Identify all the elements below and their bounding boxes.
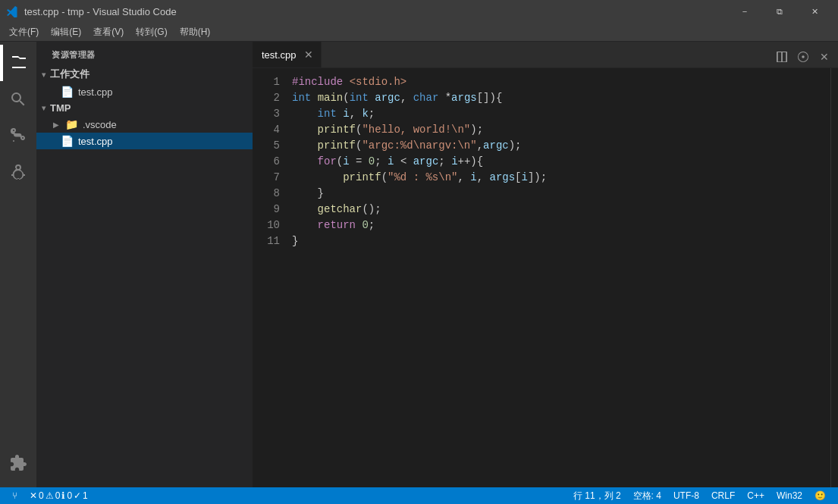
code-editor: 1 2 3 4 5 6 7 8 9 10 11 #include <stdio.… xyxy=(253,68,838,487)
smiley-item[interactable]: 🙂 xyxy=(808,487,832,504)
menu-edit[interactable]: 编辑(E) xyxy=(45,23,87,41)
workfiles-section: ▾ 工作文件 📄 test.cpp xyxy=(36,65,253,100)
menu-file[interactable]: 文件(F) xyxy=(3,23,45,41)
titlebar-controls: − ⧉ ✕ xyxy=(727,0,832,23)
activity-bar xyxy=(0,42,36,487)
line-ending-item[interactable]: CRLF xyxy=(705,487,741,504)
tmp-chevron-icon: ▾ xyxy=(36,104,50,112)
split-editor-button[interactable] xyxy=(771,46,792,67)
errors-warnings-item[interactable]: ✕ 0 ⚠ 0 ℹ 0 ✓ 1 xyxy=(24,487,94,504)
tmp-label: TMP xyxy=(50,102,71,114)
sidebar-title: 资源管理器 xyxy=(36,42,253,65)
cpp-file-icon2: 📄 xyxy=(61,135,74,147)
platform-item[interactable]: Win32 xyxy=(771,487,808,504)
extensions-activity-icon[interactable] xyxy=(0,445,36,481)
hint-icon: ✓ xyxy=(74,490,81,501)
tab-close-icon[interactable]: ✕ xyxy=(303,49,315,61)
encoding-item[interactable]: UTF-8 xyxy=(667,487,705,504)
menu-goto[interactable]: 转到(G) xyxy=(130,23,173,41)
restore-button[interactable]: ⧉ xyxy=(762,0,797,23)
encoding-label: UTF-8 xyxy=(673,490,699,501)
workfiles-chevron-icon: ▾ xyxy=(36,70,50,79)
workfiles-heading[interactable]: ▾ 工作文件 xyxy=(36,65,253,83)
vscode-folder-label: .vscode xyxy=(83,119,117,130)
tab-testcpp[interactable]: test.cpp ✕ xyxy=(253,42,322,67)
workfiles-testcpp[interactable]: 📄 test.cpp xyxy=(36,83,253,100)
workfiles-label: 工作文件 xyxy=(50,67,89,81)
menu-help[interactable]: 帮助(H) xyxy=(174,23,217,41)
source-control-activity-icon[interactable] xyxy=(0,117,36,154)
position-label: 行 11，列 2 xyxy=(573,490,621,502)
code-content[interactable]: #include <stdio.h> int main(int argc, ch… xyxy=(289,68,830,487)
language-label: C++ xyxy=(747,490,764,501)
main-area: 资源管理器 ▾ 工作文件 📄 test.cpp ▾ TMP ▶ 📁 .vscod… xyxy=(0,42,838,487)
tab-testcpp-label: test.cpp xyxy=(262,49,297,61)
search-activity-icon[interactable] xyxy=(0,81,36,117)
tmp-testcpp[interactable]: 📄 test.cpp xyxy=(36,133,253,149)
git-icon: ⑂ xyxy=(12,490,17,501)
close-button[interactable]: ✕ xyxy=(797,0,832,23)
smiley-icon: 🙂 xyxy=(814,490,826,501)
titlebar-left: test.cpp - tmp - Visual Studio Code xyxy=(6,5,177,17)
git-branch-item[interactable]: ⑂ xyxy=(6,487,24,504)
status-right: 行 11，列 2 空格: 4 UTF-8 CRLF C++ Win32 🙂 xyxy=(567,487,832,504)
folder-icon: 📁 xyxy=(65,118,78,130)
sidebar: 资源管理器 ▾ 工作文件 📄 test.cpp ▾ TMP ▶ 📁 .vscod… xyxy=(36,42,253,487)
titlebar: test.cpp - tmp - Visual Studio Code − ⧉ … xyxy=(0,0,838,23)
minimize-button[interactable]: − xyxy=(727,0,762,23)
spaces-item[interactable]: 空格: 4 xyxy=(627,487,667,504)
info-icon: ℹ xyxy=(61,490,65,501)
titlebar-title: test.cpp - tmp - Visual Studio Code xyxy=(24,6,177,17)
tab-actions: ✕ xyxy=(771,46,838,67)
tmp-section: ▾ TMP ▶ 📁 .vscode 📄 test.cpp xyxy=(36,100,253,149)
hint-count: 1 xyxy=(83,490,88,501)
warning-icon: ⚠ xyxy=(46,490,54,501)
vscode-icon xyxy=(6,5,18,17)
vscode-folder[interactable]: ▶ 📁 .vscode xyxy=(36,116,253,133)
info-count: 0 xyxy=(67,490,72,501)
menubar: 文件(F) 编辑(E) 查看(V) 转到(G) 帮助(H) xyxy=(0,23,838,42)
statusbar: ⑂ ✕ 0 ⚠ 0 ℹ 0 ✓ 1 行 11，列 2 空格: 4 UTF-8 C… xyxy=(0,487,838,504)
tmp-testcpp-label: test.cpp xyxy=(78,136,113,147)
close-editor-button[interactable]: ✕ xyxy=(814,46,835,67)
menu-view[interactable]: 查看(V) xyxy=(87,23,130,41)
line-numbers: 1 2 3 4 5 6 7 8 9 10 11 xyxy=(253,68,289,487)
editor-area: test.cpp ✕ ✕ 1 2 3 4 5 6 7 xyxy=(253,42,838,487)
line-ending-label: CRLF xyxy=(711,490,735,501)
error-count: 0 xyxy=(39,490,44,501)
platform-label: Win32 xyxy=(777,490,802,501)
workfiles-testcpp-label: test.cpp xyxy=(78,86,113,98)
open-preview-button[interactable] xyxy=(792,46,814,67)
language-item[interactable]: C++ xyxy=(741,487,771,504)
spaces-label: 空格: 4 xyxy=(633,490,661,502)
position-item[interactable]: 行 11，列 2 xyxy=(567,487,627,504)
vscode-chevron-icon: ▶ xyxy=(53,121,64,129)
cpp-file-icon: 📄 xyxy=(61,86,74,98)
error-icon: ✕ xyxy=(30,490,37,501)
warning-count: 0 xyxy=(55,490,61,501)
minimap xyxy=(830,68,838,487)
tmp-heading[interactable]: ▾ TMP xyxy=(36,100,253,116)
tab-bar: test.cpp ✕ ✕ xyxy=(253,42,838,68)
status-left: ⑂ ✕ 0 ⚠ 0 ℹ 0 ✓ 1 xyxy=(6,487,94,504)
debug-activity-icon[interactable] xyxy=(0,154,36,190)
explorer-icon[interactable] xyxy=(0,45,36,81)
